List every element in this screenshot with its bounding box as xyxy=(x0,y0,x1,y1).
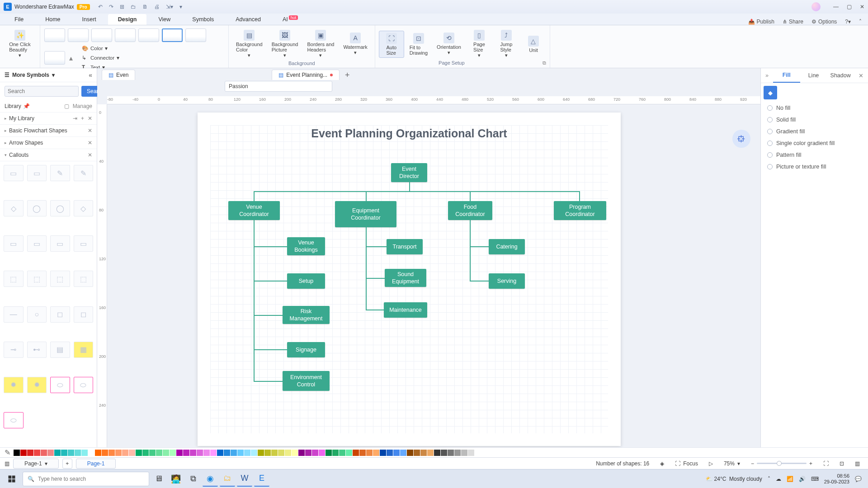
color-swatch[interactable] xyxy=(88,450,94,456)
zoom-slider[interactable] xyxy=(757,463,807,464)
explorer-icon[interactable]: 🗂 xyxy=(220,471,235,487)
zoom-value[interactable]: 75% ▾ xyxy=(720,460,744,467)
section-label[interactable]: Callouts xyxy=(9,152,28,158)
color-swatch[interactable] xyxy=(237,450,244,456)
color-swatch[interactable] xyxy=(312,450,318,456)
tab-line[interactable]: Line xyxy=(800,69,827,82)
color-swatch[interactable] xyxy=(441,450,447,456)
undo-icon[interactable]: ↶ xyxy=(98,4,103,10)
color-swatch[interactable] xyxy=(420,450,427,456)
color-swatch[interactable] xyxy=(251,450,257,456)
tab-symbols[interactable]: Symbols xyxy=(182,14,224,25)
share-button[interactable]: ⋔ Share xyxy=(783,19,803,25)
shape-item[interactable]: ▤ xyxy=(50,342,70,358)
library-label[interactable]: Library xyxy=(5,103,21,109)
orientation-button[interactable]: ⟲Orientation ▾ xyxy=(433,31,465,57)
color-swatch[interactable] xyxy=(353,450,359,456)
color-swatch[interactable] xyxy=(176,450,183,456)
section-label[interactable]: Arrow Shapes xyxy=(9,140,43,146)
shape-item[interactable]: ⬚ xyxy=(27,271,47,287)
weather-widget[interactable]: ⛅ 24°C Mostly cloudy xyxy=(706,476,762,482)
color-swatch[interactable] xyxy=(149,450,156,456)
collapse-panel-icon[interactable]: « xyxy=(89,71,92,79)
shape-item[interactable]: ⬭ xyxy=(74,377,94,393)
theme-scroll-up-icon[interactable]: ▴ xyxy=(67,54,75,62)
page-dropdown[interactable]: Page-1 ▾ xyxy=(13,459,59,469)
org-node[interactable]: Catering xyxy=(489,239,525,254)
close-icon[interactable]: ✕ xyxy=(860,4,864,10)
tab-fill[interactable]: Fill xyxy=(773,68,800,83)
color-swatch[interactable] xyxy=(95,450,101,456)
color-swatch[interactable] xyxy=(68,450,74,456)
shape-item[interactable]: ◇ xyxy=(4,200,24,216)
shape-item[interactable]: ⊷ xyxy=(27,342,47,358)
pages-icon[interactable]: ▥ xyxy=(5,460,9,467)
color-swatch[interactable] xyxy=(292,450,298,456)
task-view-icon[interactable]: ⧉ xyxy=(185,471,201,487)
shape-item[interactable]: ▭ xyxy=(4,165,24,181)
color-swatch[interactable] xyxy=(427,450,434,456)
open-icon[interactable]: 🗀 xyxy=(131,4,136,10)
color-swatch[interactable] xyxy=(414,450,420,456)
fill-option[interactable]: No fill xyxy=(767,105,862,111)
save-icon[interactable]: 🗎 xyxy=(142,4,148,10)
collapse-ribbon-icon[interactable]: ˄ xyxy=(859,19,862,25)
shape-item[interactable]: ▭ xyxy=(50,235,70,252)
page-size-button[interactable]: ▯PageSize ▾ xyxy=(467,28,492,60)
remove-icon[interactable]: ✕ xyxy=(88,140,92,146)
fill-option[interactable]: Gradient fill xyxy=(767,128,862,135)
color-swatch[interactable] xyxy=(366,450,373,456)
org-node[interactable]: RiskManagement xyxy=(283,306,330,324)
one-click-beautify-button[interactable]: ✨One ClickBeautify ▾ xyxy=(4,28,36,60)
color-swatch[interactable] xyxy=(190,450,196,456)
color-swatch[interactable] xyxy=(271,450,278,456)
symbol-search-input[interactable] xyxy=(5,86,79,97)
color-swatch[interactable] xyxy=(27,450,33,456)
tab-shadow[interactable]: Shadow xyxy=(827,69,854,82)
color-swatch[interactable] xyxy=(224,450,230,456)
unit-button[interactable]: △Unit xyxy=(521,34,546,55)
publish-button[interactable]: 📤 Publish xyxy=(748,19,774,25)
taskbar-app[interactable]: 🧑‍💻 xyxy=(168,471,184,487)
shape-item[interactable]: ▦ xyxy=(74,342,94,358)
zoom-out-icon[interactable]: − xyxy=(751,460,754,467)
color-swatch[interactable] xyxy=(54,450,61,456)
color-swatch[interactable] xyxy=(170,450,176,456)
background-color-button[interactable]: ▤BackgroundColor ▾ xyxy=(232,28,266,60)
taskbar-app[interactable]: 🖥 xyxy=(151,471,166,487)
color-swatch[interactable] xyxy=(61,450,67,456)
color-swatch[interactable] xyxy=(14,450,20,456)
fill-tool-icon[interactable]: ◆ xyxy=(764,86,777,99)
color-swatch[interactable] xyxy=(115,450,122,456)
eyedropper-icon[interactable]: ✎ xyxy=(5,448,10,457)
color-swatch[interactable] xyxy=(461,450,467,456)
drawing-page[interactable]: Event Planning Organizational Chart Even… xyxy=(198,113,621,446)
expand-panel-icon[interactable]: » xyxy=(761,70,773,81)
options-button[interactable]: ⚙ Options xyxy=(811,19,837,25)
chart-title[interactable]: Event Planning Organizational Chart xyxy=(311,127,507,140)
color-swatch[interactable] xyxy=(244,450,250,456)
org-node[interactable]: ProgramCoordinator xyxy=(554,201,606,220)
shape-item[interactable]: ◯ xyxy=(27,200,47,216)
org-node[interactable]: Signage xyxy=(287,342,325,357)
theme-swatch[interactable] xyxy=(91,28,112,42)
document-tab[interactable]: ▤Even xyxy=(102,70,135,80)
volume-icon[interactable]: 🔊 xyxy=(799,476,806,482)
play-icon[interactable]: ▷ xyxy=(705,460,717,467)
shape-item[interactable]: ◻ xyxy=(74,306,94,323)
my-library-label[interactable]: My Library xyxy=(9,115,34,122)
tab-ai[interactable]: AIhot xyxy=(273,13,308,25)
help-icon[interactable]: ?▾ xyxy=(845,19,851,25)
tab-design[interactable]: Design xyxy=(108,14,147,25)
shape-item[interactable]: ✎ xyxy=(74,165,94,181)
color-swatch[interactable] xyxy=(163,450,169,456)
shape-item[interactable]: ○ xyxy=(27,306,47,323)
theme-swatch[interactable] xyxy=(44,51,65,65)
color-swatch[interactable] xyxy=(393,450,400,456)
qat-more-icon[interactable]: ▾ xyxy=(179,4,182,10)
color-swatch[interactable] xyxy=(102,450,108,456)
color-swatch[interactable] xyxy=(305,450,311,456)
color-swatch[interactable] xyxy=(359,450,366,456)
canvas-scroll[interactable]: ⯐ Event Planning Organizational Chart Ev… xyxy=(107,104,760,447)
tab-home[interactable]: Home xyxy=(35,14,70,25)
